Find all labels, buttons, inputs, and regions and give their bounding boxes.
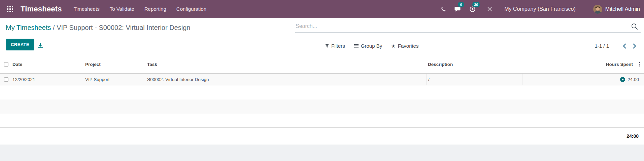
favorites-label: Favorites xyxy=(398,43,419,49)
activities-icon[interactable]: 30 xyxy=(468,0,477,18)
avatar-photo xyxy=(593,5,602,14)
timesheet-row[interactable]: 12/20/2021 VIP Support S00002: Virtual I… xyxy=(0,74,644,85)
column-header-task[interactable]: Task xyxy=(147,62,426,67)
create-button[interactable]: CREATE xyxy=(6,39,34,50)
export-download-icon[interactable] xyxy=(37,42,43,49)
page-footer-background xyxy=(0,145,644,161)
timer-play-icon[interactable] xyxy=(620,77,625,82)
row-task-cell: S00002: Virtual Interior Design xyxy=(147,77,426,82)
column-options-cell: ⋮ xyxy=(635,62,644,67)
user-avatar[interactable] xyxy=(593,5,602,14)
group-by-label: Group By xyxy=(361,43,382,49)
pager-previous-button[interactable] xyxy=(619,43,630,49)
list-header-row: Date Project Task Description Hours Spen… xyxy=(0,55,644,74)
grid-icon xyxy=(7,6,13,12)
app-brand-title[interactable]: Timesheets xyxy=(21,5,62,13)
row-select-cell xyxy=(0,77,12,82)
empty-row xyxy=(0,99,644,114)
empty-row xyxy=(0,85,644,99)
apps-grid-icon[interactable] xyxy=(4,0,16,18)
column-header-hours-spent[interactable]: Hours Spent xyxy=(522,62,635,67)
column-options-icon[interactable]: ⋮ xyxy=(637,61,642,67)
search-options-bar: Filters Group By ★ Favorites xyxy=(325,37,418,55)
main-menu: Timesheets To Validate Reporting Configu… xyxy=(69,0,211,18)
breadcrumb-separator: / xyxy=(51,24,57,31)
search-box xyxy=(295,20,641,33)
dev-tools-icon[interactable] xyxy=(485,0,494,18)
breadcrumb-parent-link[interactable]: My Timesheets xyxy=(6,24,51,31)
favorites-star-icon: ★ xyxy=(391,44,396,48)
select-all-cell xyxy=(0,62,12,67)
filters-button[interactable]: Filters xyxy=(325,43,345,49)
column-header-date[interactable]: Date xyxy=(12,62,85,67)
chevron-left-icon xyxy=(622,43,626,49)
empty-row xyxy=(0,114,644,128)
menu-to-validate[interactable]: To Validate xyxy=(105,0,139,18)
company-switcher[interactable]: My Company (San Francisco) xyxy=(504,6,576,12)
select-all-checkbox[interactable] xyxy=(4,62,8,67)
hours-total-value: 24:00 xyxy=(626,133,639,139)
phone-icon[interactable] xyxy=(439,0,448,18)
pager-range: 1-1 / 1 xyxy=(595,43,609,49)
user-menu[interactable]: Mitchell Admin xyxy=(605,6,640,12)
search-input[interactable] xyxy=(295,20,641,32)
row-project-cell: VIP Support xyxy=(85,77,147,82)
timesheet-list: Date Project Task Description Hours Spen… xyxy=(0,55,644,145)
pager-next-button[interactable] xyxy=(630,43,640,49)
pager: 1-1 / 1 xyxy=(595,37,640,55)
filter-funnel-icon xyxy=(325,44,329,48)
control-panel-top: My Timesheets / VIP Support - S00002: Vi… xyxy=(0,18,644,37)
control-panel-buttons: CREATE Filters Group By xyxy=(0,37,644,55)
phone-glyph xyxy=(441,6,446,12)
row-description-cell: / xyxy=(426,74,522,85)
breadcrumb: My Timesheets / VIP Support - S00002: Vi… xyxy=(6,24,190,32)
column-header-project[interactable]: Project xyxy=(85,62,147,67)
favorites-button[interactable]: ★ Favorites xyxy=(391,43,418,49)
row-hours-value: 24:00 xyxy=(628,77,639,82)
group-by-button[interactable]: Group By xyxy=(354,43,382,49)
crossed-tools-glyph xyxy=(487,6,493,12)
menu-reporting[interactable]: Reporting xyxy=(139,0,171,18)
breadcrumb-current: VIP Support - S00002: Virtual Interior D… xyxy=(57,24,190,31)
top-navbar: Timesheets Timesheets To Validate Report… xyxy=(0,0,644,18)
chevron-right-icon xyxy=(633,43,637,49)
activities-count-badge: 30 xyxy=(472,2,480,7)
messages-count-badge: 9 xyxy=(458,2,464,7)
column-header-description[interactable]: Description xyxy=(426,62,522,67)
timesheets-app-window: Timesheets Timesheets To Validate Report… xyxy=(0,0,644,161)
search-icon[interactable] xyxy=(631,23,638,31)
row-hours-cell: 24:00 xyxy=(522,74,644,85)
row-date-cell: 12/20/2021 xyxy=(12,77,85,82)
menu-timesheets[interactable]: Timesheets xyxy=(69,0,105,18)
systray: 9 30 My Company (San Francisco) xyxy=(433,0,640,18)
row-checkbox[interactable] xyxy=(4,77,8,82)
menu-configuration[interactable]: Configuration xyxy=(171,0,211,18)
messages-icon[interactable]: 9 xyxy=(453,0,462,18)
group-by-icon xyxy=(354,44,359,48)
hours-total-row: 24:00 xyxy=(0,128,644,145)
filters-label: Filters xyxy=(331,43,345,49)
